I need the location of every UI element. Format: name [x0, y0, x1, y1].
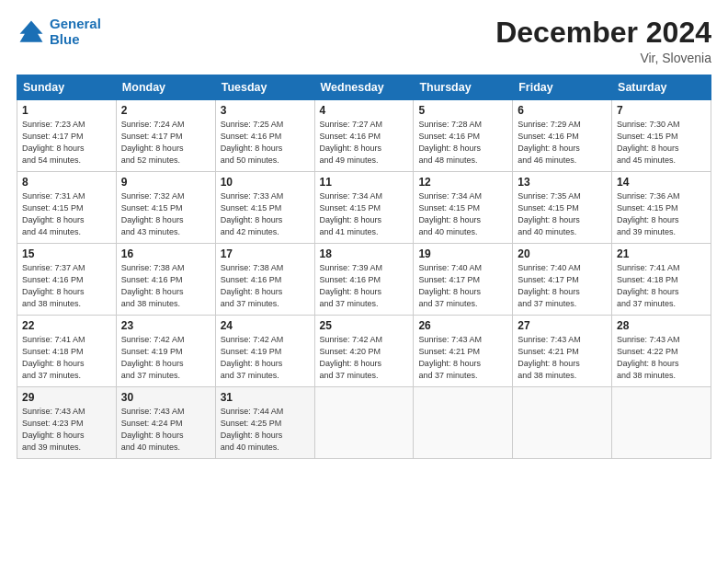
- calendar-cell: 12Sunrise: 7:34 AM Sunset: 4:15 PM Dayli…: [414, 172, 513, 244]
- day-number: 22: [22, 319, 111, 332]
- day-number: 5: [418, 104, 507, 117]
- day-number: 19: [418, 247, 507, 260]
- month-title: December 2024: [495, 17, 711, 49]
- day-info: Sunrise: 7:42 AM Sunset: 4:20 PM Dayligh…: [320, 334, 409, 382]
- weekday-header-row: SundayMondayTuesdayWednesdayThursdayFrid…: [17, 75, 711, 100]
- calendar-cell: 22Sunrise: 7:41 AM Sunset: 4:18 PM Dayli…: [17, 316, 117, 387]
- calendar-table: SundayMondayTuesdayWednesdayThursdayFrid…: [17, 75, 711, 459]
- day-number: 21: [617, 247, 706, 260]
- day-info: Sunrise: 7:36 AM Sunset: 4:15 PM Dayligh…: [617, 190, 706, 238]
- calendar-cell: 14Sunrise: 7:36 AM Sunset: 4:15 PM Dayli…: [612, 172, 711, 244]
- day-number: 30: [121, 391, 210, 404]
- day-info: Sunrise: 7:41 AM Sunset: 4:18 PM Dayligh…: [617, 262, 706, 310]
- day-number: 23: [121, 319, 210, 332]
- day-number: 16: [121, 247, 210, 260]
- calendar-cell: 11Sunrise: 7:34 AM Sunset: 4:15 PM Dayli…: [314, 172, 414, 244]
- calendar-week-5: 29Sunrise: 7:43 AM Sunset: 4:23 PM Dayli…: [17, 387, 711, 459]
- calendar-cell: 20Sunrise: 7:40 AM Sunset: 4:17 PM Dayli…: [513, 244, 612, 316]
- calendar-cell: 16Sunrise: 7:38 AM Sunset: 4:16 PM Dayli…: [116, 244, 215, 316]
- day-info: Sunrise: 7:28 AM Sunset: 4:16 PM Dayligh…: [418, 119, 507, 167]
- calendar-cell: 28Sunrise: 7:43 AM Sunset: 4:22 PM Dayli…: [612, 316, 711, 387]
- calendar-cell: [513, 387, 612, 459]
- calendar-cell: 18Sunrise: 7:39 AM Sunset: 4:16 PM Dayli…: [314, 244, 414, 316]
- calendar-cell: 30Sunrise: 7:43 AM Sunset: 4:24 PM Dayli…: [116, 387, 215, 459]
- calendar-cell: 5Sunrise: 7:28 AM Sunset: 4:16 PM Daylig…: [414, 100, 513, 172]
- day-info: Sunrise: 7:24 AM Sunset: 4:17 PM Dayligh…: [121, 119, 210, 167]
- calendar-cell: 3Sunrise: 7:25 AM Sunset: 4:16 PM Daylig…: [215, 100, 314, 172]
- day-number: 20: [518, 247, 607, 260]
- day-number: 14: [617, 176, 706, 189]
- calendar-cell: 26Sunrise: 7:43 AM Sunset: 4:21 PM Dayli…: [414, 316, 513, 387]
- calendar-cell: 21Sunrise: 7:41 AM Sunset: 4:18 PM Dayli…: [612, 244, 711, 316]
- calendar-cell: 7Sunrise: 7:30 AM Sunset: 4:15 PM Daylig…: [612, 100, 711, 172]
- day-info: Sunrise: 7:32 AM Sunset: 4:15 PM Dayligh…: [121, 190, 210, 238]
- day-number: 10: [221, 176, 310, 189]
- calendar-week-3: 15Sunrise: 7:37 AM Sunset: 4:16 PM Dayli…: [17, 244, 711, 316]
- calendar-cell: 4Sunrise: 7:27 AM Sunset: 4:16 PM Daylig…: [314, 100, 414, 172]
- day-number: 28: [617, 319, 706, 332]
- weekday-wednesday: Wednesday: [314, 75, 414, 100]
- day-number: 27: [518, 319, 607, 332]
- day-number: 15: [22, 247, 111, 260]
- day-info: Sunrise: 7:43 AM Sunset: 4:22 PM Dayligh…: [617, 334, 706, 382]
- calendar-cell: [314, 387, 414, 459]
- calendar-cell: 10Sunrise: 7:33 AM Sunset: 4:15 PM Dayli…: [215, 172, 314, 244]
- day-number: 9: [121, 176, 210, 189]
- day-number: 13: [518, 176, 607, 189]
- page: General Blue December 2024 Vir, Slovenia…: [0, 0, 728, 563]
- day-info: Sunrise: 7:43 AM Sunset: 4:23 PM Dayligh…: [22, 406, 111, 454]
- day-number: 12: [418, 176, 507, 189]
- logo-icon: [17, 17, 46, 47]
- day-info: Sunrise: 7:40 AM Sunset: 4:17 PM Dayligh…: [418, 262, 507, 310]
- day-number: 17: [221, 247, 310, 260]
- calendar-cell: 19Sunrise: 7:40 AM Sunset: 4:17 PM Dayli…: [414, 244, 513, 316]
- day-info: Sunrise: 7:25 AM Sunset: 4:16 PM Dayligh…: [221, 119, 310, 167]
- calendar-cell: 23Sunrise: 7:42 AM Sunset: 4:19 PM Dayli…: [116, 316, 215, 387]
- day-info: Sunrise: 7:30 AM Sunset: 4:15 PM Dayligh…: [617, 119, 706, 167]
- calendar-cell: [414, 387, 513, 459]
- calendar-cell: [612, 387, 711, 459]
- day-number: 2: [121, 104, 210, 117]
- day-info: Sunrise: 7:34 AM Sunset: 4:15 PM Dayligh…: [418, 190, 507, 238]
- day-info: Sunrise: 7:27 AM Sunset: 4:16 PM Dayligh…: [320, 119, 409, 167]
- day-info: Sunrise: 7:42 AM Sunset: 4:19 PM Dayligh…: [121, 334, 210, 382]
- calendar-cell: 9Sunrise: 7:32 AM Sunset: 4:15 PM Daylig…: [116, 172, 215, 244]
- day-info: Sunrise: 7:42 AM Sunset: 4:19 PM Dayligh…: [221, 334, 310, 382]
- header: General Blue December 2024 Vir, Slovenia: [17, 17, 711, 65]
- svg-marker-0: [20, 20, 43, 41]
- calendar-cell: 2Sunrise: 7:24 AM Sunset: 4:17 PM Daylig…: [116, 100, 215, 172]
- location: Vir, Slovenia: [495, 51, 711, 65]
- day-number: 1: [22, 104, 111, 117]
- calendar-cell: 25Sunrise: 7:42 AM Sunset: 4:20 PM Dayli…: [314, 316, 414, 387]
- title-block: December 2024 Vir, Slovenia: [495, 17, 711, 65]
- logo-text: General Blue: [50, 17, 101, 47]
- weekday-friday: Friday: [513, 75, 612, 100]
- calendar-week-2: 8Sunrise: 7:31 AM Sunset: 4:15 PM Daylig…: [17, 172, 711, 244]
- calendar-week-4: 22Sunrise: 7:41 AM Sunset: 4:18 PM Dayli…: [17, 316, 711, 387]
- day-number: 25: [320, 319, 409, 332]
- day-info: Sunrise: 7:41 AM Sunset: 4:18 PM Dayligh…: [22, 334, 111, 382]
- day-number: 26: [418, 319, 507, 332]
- weekday-monday: Monday: [116, 75, 215, 100]
- weekday-thursday: Thursday: [414, 75, 513, 100]
- calendar-cell: 6Sunrise: 7:29 AM Sunset: 4:16 PM Daylig…: [513, 100, 612, 172]
- calendar-cell: 31Sunrise: 7:44 AM Sunset: 4:25 PM Dayli…: [215, 387, 314, 459]
- day-number: 29: [22, 391, 111, 404]
- calendar-cell: 24Sunrise: 7:42 AM Sunset: 4:19 PM Dayli…: [215, 316, 314, 387]
- day-info: Sunrise: 7:35 AM Sunset: 4:15 PM Dayligh…: [518, 190, 607, 238]
- day-number: 31: [221, 391, 310, 404]
- weekday-saturday: Saturday: [612, 75, 711, 100]
- calendar-cell: 8Sunrise: 7:31 AM Sunset: 4:15 PM Daylig…: [17, 172, 117, 244]
- day-number: 4: [320, 104, 409, 117]
- day-number: 3: [221, 104, 310, 117]
- day-info: Sunrise: 7:40 AM Sunset: 4:17 PM Dayligh…: [518, 262, 607, 310]
- calendar-cell: 13Sunrise: 7:35 AM Sunset: 4:15 PM Dayli…: [513, 172, 612, 244]
- day-number: 7: [617, 104, 706, 117]
- calendar-cell: 15Sunrise: 7:37 AM Sunset: 4:16 PM Dayli…: [17, 244, 117, 316]
- day-info: Sunrise: 7:33 AM Sunset: 4:15 PM Dayligh…: [221, 190, 310, 238]
- day-number: 8: [22, 176, 111, 189]
- calendar-body: 1Sunrise: 7:23 AM Sunset: 4:17 PM Daylig…: [17, 100, 711, 459]
- day-info: Sunrise: 7:43 AM Sunset: 4:24 PM Dayligh…: [121, 406, 210, 454]
- day-info: Sunrise: 7:37 AM Sunset: 4:16 PM Dayligh…: [22, 262, 111, 310]
- day-info: Sunrise: 7:43 AM Sunset: 4:21 PM Dayligh…: [418, 334, 507, 382]
